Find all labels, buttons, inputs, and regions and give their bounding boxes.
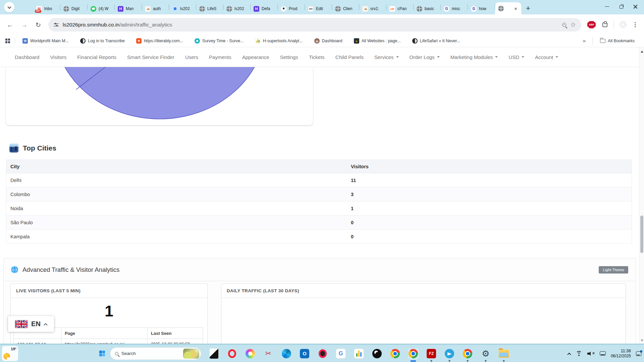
- site-info-icon[interactable]: [54, 22, 59, 27]
- obs-extension-icon[interactable]: [620, 21, 626, 28]
- nav-users[interactable]: Users: [180, 54, 204, 60]
- nav-payments[interactable]: Payments: [204, 54, 237, 60]
- snipping-tool-icon[interactable]: [263, 348, 274, 359]
- bookmark-surveytime[interactable]: Survey Time - Surve...: [191, 38, 248, 44]
- file-explorer-icon[interactable]: [498, 348, 509, 359]
- top-cities-table: City Visitors Delhi 11 Colombo 3 Noida 1…: [6, 160, 632, 244]
- tab-active[interactable]: ×: [495, 2, 521, 14]
- page-scrollbar[interactable]: [639, 47, 644, 345]
- nav-account[interactable]: Account: [530, 54, 564, 60]
- telegram-icon[interactable]: [444, 348, 455, 359]
- google-app-icon[interactable]: G: [335, 348, 346, 359]
- bookmark-dashboard[interactable]: Dashboard: [310, 38, 346, 44]
- tab-close-icon[interactable]: ×: [513, 6, 518, 11]
- tab-openai[interactable]: Prod: [278, 3, 305, 14]
- tab-misc[interactable]: misc: [441, 3, 468, 14]
- browser-menu-icon[interactable]: [632, 21, 638, 28]
- hidden-icons-chevron[interactable]: [567, 353, 571, 356]
- chrome-active-icon[interactable]: [408, 348, 419, 359]
- scroll-down-arrow[interactable]: [641, 340, 643, 343]
- nav-marketing-modules[interactable]: Marketing Modules: [445, 54, 503, 60]
- bookmark-allwebsites[interactable]: All Websites : page...: [350, 38, 405, 44]
- edge-icon[interactable]: [281, 348, 292, 359]
- chrome-profile-icon[interactable]: [462, 348, 473, 359]
- forward-button[interactable]: [20, 21, 28, 28]
- zoom-level-icon[interactable]: [562, 23, 566, 27]
- tab-digit[interactable]: Digit: [60, 3, 87, 14]
- scrollbar-thumb[interactable]: [640, 216, 643, 253]
- nav-order-logs[interactable]: Order Logs: [404, 54, 445, 60]
- nav-tickets[interactable]: Tickets: [304, 54, 330, 60]
- nav-services[interactable]: Services: [369, 54, 404, 60]
- tab-phpmyadmin-auth[interactable]: auth: [142, 3, 169, 14]
- tab-hostinger-man[interactable]: Man: [115, 3, 142, 14]
- extensions-puzzle-icon[interactable]: [602, 22, 607, 27]
- language-selector[interactable]: EN: [8, 316, 54, 332]
- all-bookmarks-button[interactable]: All Bookmarks: [596, 39, 639, 43]
- tab-hostinger-default[interactable]: Defa: [251, 3, 277, 14]
- tab-search-button[interactable]: [4, 2, 14, 12]
- tab-whatsapp[interactable]: (4) W: [88, 3, 114, 14]
- taskbar-clock[interactable]: 11:38 06/12/2025: [611, 348, 631, 359]
- weather-widget[interactable]: 19°: [2, 346, 18, 361]
- tab-dh-edit[interactable]: Edit: [305, 3, 332, 14]
- restore-icon[interactable]: [619, 4, 623, 8]
- back-button[interactable]: [6, 21, 14, 28]
- settings-gear-icon[interactable]: [480, 348, 491, 359]
- new-tab-button[interactable]: +: [524, 4, 532, 12]
- tab-client[interactable]: Clien: [332, 3, 359, 14]
- bookmark-hsupertools[interactable]: H-supertools Analyt...: [251, 38, 307, 44]
- tab-inbox[interactable]: 100+Inbo: [33, 3, 60, 14]
- tab-basic[interactable]: basic: [414, 3, 440, 14]
- nav-settings[interactable]: Settings: [275, 54, 304, 60]
- chrome-icon[interactable]: [389, 348, 401, 359]
- outlook-icon[interactable]: [299, 348, 310, 359]
- opera-gx-icon[interactable]: [317, 348, 328, 359]
- nav-smart-service-finder[interactable]: Smart Service Finder: [122, 54, 180, 60]
- start-button[interactable]: [99, 351, 105, 356]
- search-highlight-image[interactable]: [183, 349, 199, 359]
- bookmark-transcribe[interactable]: Log in to Transcribe: [76, 38, 129, 44]
- window-close-icon[interactable]: [633, 4, 637, 8]
- opera-icon[interactable]: [226, 348, 238, 359]
- section-title: Top Cities: [23, 144, 56, 152]
- address-bar[interactable]: ls2026pro.smmhub.co.in/admin/traffic_ana…: [48, 18, 581, 32]
- minimize-icon[interactable]: [605, 4, 609, 8]
- tab-ls2026[interactable]: ls202: [169, 3, 196, 14]
- light-theme-button[interactable]: Light Theme: [599, 266, 628, 274]
- tab-cpanel[interactable]: cPan: [386, 3, 413, 14]
- reload-button[interactable]: [34, 21, 42, 28]
- notification-icon[interactable]: [636, 351, 641, 356]
- taskbar-search[interactable]: Search: [110, 347, 201, 360]
- notepad-icon[interactable]: [208, 348, 220, 359]
- bookmarks-overflow-icon[interactable]: »: [579, 38, 589, 44]
- hostinger-favicon: [254, 6, 259, 12]
- bookmark-worldprofit[interactable]: Worldprofit Main M...: [18, 38, 73, 44]
- scroll-up-arrow[interactable]: [641, 49, 643, 53]
- adblock-extension-icon[interactable]: ABP: [587, 21, 596, 28]
- bookmark-star-icon[interactable]: [570, 21, 576, 28]
- nav-financial-reports[interactable]: Financial Reports: [72, 54, 122, 60]
- nav-child-panels[interactable]: Child Panels: [330, 54, 369, 60]
- tab-lifesafari[interactable]: LifeS: [196, 3, 223, 14]
- page-content: Top Cities City Visitors Delhi 11 Colomb…: [0, 67, 639, 345]
- obs-icon[interactable]: [371, 348, 383, 359]
- tab-phpmyadmin-srv2[interactable]: srv2.: [359, 3, 386, 14]
- filezilla-icon[interactable]: FZ: [426, 348, 437, 359]
- analytics-bars-icon[interactable]: [353, 348, 365, 359]
- bookmark-lifesafari[interactable]: LifeSafari » It Never...: [408, 38, 464, 44]
- nav-appearance[interactable]: Appearance: [237, 54, 275, 60]
- wifi-icon[interactable]: [576, 351, 582, 356]
- table-row: São Paulo 0: [6, 216, 632, 230]
- url-domain: ls2026pro.smmhub.co.in: [63, 22, 119, 27]
- bookmark-literably[interactable]: https://literably.com...: [132, 38, 187, 44]
- volume-muted-icon[interactable]: ×: [587, 351, 595, 356]
- nav-visitors[interactable]: Visitors: [45, 54, 72, 60]
- apps-grid-icon[interactable]: [5, 39, 10, 43]
- tab-ls2026-2[interactable]: ls202: [223, 3, 250, 14]
- nav-dashboard[interactable]: Dashboard: [9, 54, 45, 60]
- nav-currency-usd[interactable]: USD: [503, 54, 530, 60]
- tab-how[interactable]: how: [468, 3, 495, 14]
- paint-icon[interactable]: [245, 348, 256, 359]
- touch-keyboard-icon[interactable]: [600, 351, 606, 356]
